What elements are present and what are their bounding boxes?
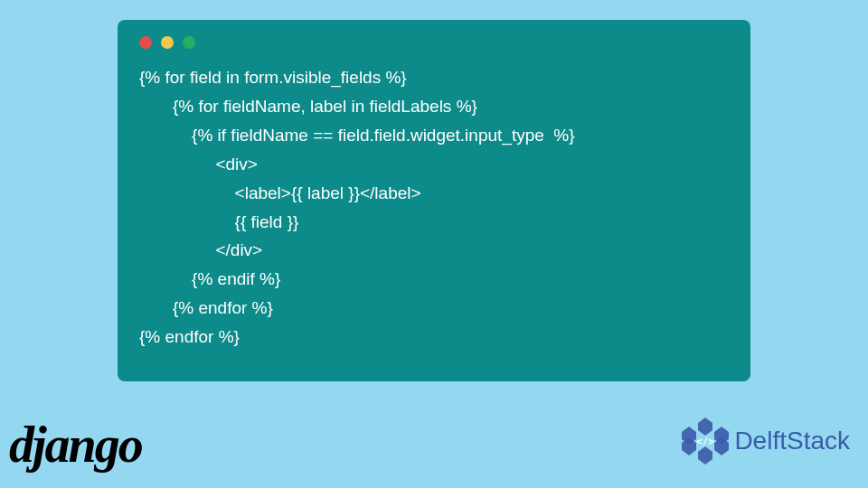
delftstack-icon: </> <box>678 414 732 468</box>
code-line: {% endfor %} <box>139 298 273 317</box>
close-icon <box>139 36 152 49</box>
window-controls <box>139 36 729 49</box>
code-line: {% for fieldName, label in fieldLabels %… <box>139 97 477 116</box>
svg-marker-0 <box>698 418 712 436</box>
code-line: {% for field in form.visible_fields %} <box>139 68 407 87</box>
svg-marker-3 <box>698 446 712 465</box>
delftstack-logo: </> DelftStack <box>678 414 850 468</box>
code-line: {% endif %} <box>139 269 280 288</box>
code-line: {% endfor %} <box>139 327 240 346</box>
code-block: {% for field in form.visible_fields %} {… <box>118 20 750 381</box>
code-content: {% for field in form.visible_fields %} {… <box>139 63 729 352</box>
svg-text:</>: </> <box>696 436 714 447</box>
minimize-icon <box>161 36 174 49</box>
code-line: {% if fieldName == field.field.widget.in… <box>139 126 575 145</box>
code-line: {{ field }} <box>139 212 298 231</box>
code-line: <div> <box>139 155 258 174</box>
code-line: <label>{{ label }}</label> <box>139 183 421 202</box>
code-line: </div> <box>139 240 262 259</box>
maximize-icon <box>183 36 195 49</box>
delftstack-text: DelftStack <box>734 427 850 455</box>
django-logo: django <box>9 416 142 474</box>
